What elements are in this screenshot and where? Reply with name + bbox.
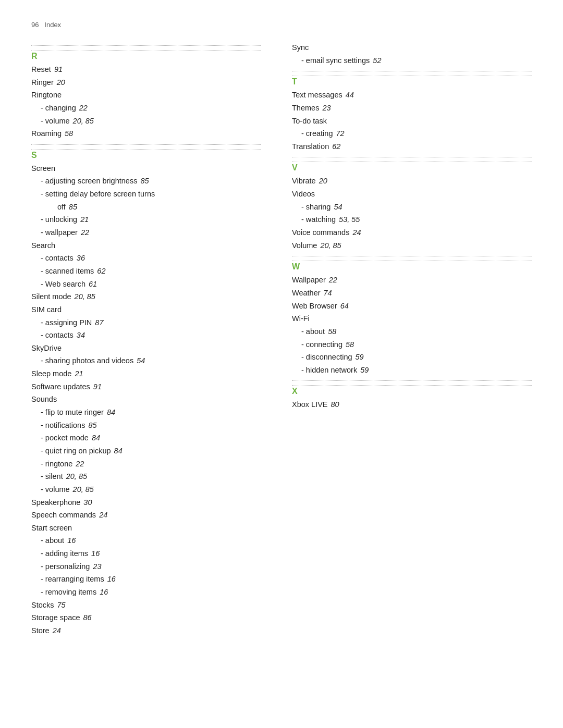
- entry-num: 80: [331, 398, 339, 411]
- sub-entry-num: 72: [336, 127, 344, 140]
- index-entry: Themes23: [292, 102, 532, 115]
- page-header: 96 Index: [31, 21, 532, 32]
- entry-text: Sync: [292, 41, 309, 54]
- index-entry: Storage space86: [31, 611, 261, 624]
- entry-text: Software updates: [31, 380, 90, 393]
- entry-text: Speech commands: [31, 509, 96, 522]
- sub-entry-text: - creating: [301, 127, 333, 140]
- sub-sub-entry-text: off: [57, 201, 66, 214]
- index-entry: Ringtone: [31, 89, 261, 102]
- sub-entry-text: - contacts: [41, 252, 74, 265]
- index-entry: To-do task: [292, 115, 532, 128]
- entry-text: Ringer: [31, 76, 54, 89]
- index-entry: Sync: [292, 41, 532, 54]
- sub-entry-text: - wallpaper: [41, 226, 78, 239]
- index-entry: Roaming58: [31, 127, 261, 140]
- sub-entry-num: 36: [77, 252, 85, 265]
- sub-entry-text: - adding items: [41, 547, 88, 560]
- sub-entry-num: 59: [360, 364, 369, 377]
- sub-entry-text: - email sync settings: [301, 54, 370, 67]
- sub-entry: - about16: [31, 534, 261, 547]
- index-entry: Translation62: [292, 140, 532, 153]
- sub-entry: - scanned items62: [31, 265, 261, 278]
- entry-num: 30: [83, 496, 92, 509]
- sub-entry-text: - ringtone: [41, 458, 72, 471]
- entry-num: 22: [329, 274, 337, 287]
- section-letter-r: R: [31, 52, 261, 61]
- sub-entry-num: 21: [80, 213, 89, 226]
- entry-num: 91: [54, 63, 63, 76]
- sub-entry-num: 58: [346, 338, 354, 351]
- index-entry: Silent mode20, 85: [31, 290, 261, 303]
- sub-entry-text: - volume: [41, 483, 70, 496]
- sub-sub-entry-num: 85: [69, 201, 77, 214]
- sub-entry-text: - setting delay before screen turns: [41, 188, 155, 201]
- index-entry: Sleep mode21: [31, 367, 261, 380]
- entry-text: SIM card: [31, 303, 62, 316]
- sub-entry-text: - notifications: [41, 419, 85, 432]
- sub-entry-text: - watching: [301, 213, 336, 226]
- entry-num: 24: [99, 509, 107, 522]
- entry-text: Speakerphone: [31, 496, 80, 509]
- sub-entry: - Web search61: [31, 278, 261, 291]
- index-entry: Stocks75: [31, 599, 261, 612]
- sub-entry: - volume20, 85: [31, 483, 261, 496]
- sub-entry-text: - assigning PIN: [41, 316, 92, 329]
- sub-entry-text: - sharing photos and videos: [41, 354, 133, 367]
- sub-entry: - email sync settings52: [292, 54, 532, 67]
- sub-entry: - sharing54: [292, 201, 532, 214]
- sub-entry-num: 16: [107, 573, 116, 586]
- index-entry: Wi-Fi: [292, 312, 532, 325]
- index-entry: Screen: [31, 162, 261, 175]
- sub-entry-text: - rearranging items: [41, 573, 104, 586]
- page-number: 96: [31, 21, 39, 29]
- sub-entry-text: - connecting: [301, 338, 342, 351]
- entry-num: 24: [352, 226, 361, 239]
- entry-text: Sounds: [31, 393, 57, 406]
- section-letter-v: V: [292, 163, 532, 172]
- entry-text: Sleep mode: [31, 367, 71, 380]
- entry-num: 58: [65, 127, 73, 140]
- sub-entry: - adding items16: [31, 547, 261, 560]
- entry-num: 24: [53, 624, 61, 637]
- sub-sub-entry: off85: [31, 201, 261, 214]
- sub-entry-text: - about: [41, 534, 64, 547]
- entry-text: Wi-Fi: [292, 312, 310, 325]
- entry-text: Silent mode: [31, 290, 71, 303]
- sub-entry-text: - sharing: [301, 201, 331, 214]
- sub-entry-num: 22: [76, 458, 84, 471]
- sub-entry-num: 85: [140, 175, 149, 188]
- sub-entry-text: - quiet ring on pickup: [41, 445, 111, 458]
- sub-entry-num: 54: [334, 201, 342, 214]
- sub-entry-num: 61: [89, 278, 97, 291]
- entry-text: Text messages: [292, 89, 342, 102]
- entry-text: Xbox LIVE: [292, 398, 328, 411]
- sub-entry-text: - hidden network: [301, 364, 357, 377]
- entry-text: Weather: [292, 287, 321, 300]
- entry-num: 20: [57, 76, 65, 89]
- sub-entry: - sharing photos and videos54: [31, 354, 261, 367]
- sub-entry: - volume20, 85: [31, 115, 261, 128]
- entry-text: Themes: [292, 102, 319, 115]
- sub-entry-text: - disconnecting: [301, 351, 352, 364]
- sub-entry: - setting delay before screen turns: [31, 188, 261, 201]
- sub-entry: - adjusting screen brightness85: [31, 175, 261, 188]
- sub-entry-num: 20, 85: [73, 115, 94, 128]
- entry-num: 20: [319, 175, 327, 188]
- sub-entry-num: 16: [91, 547, 100, 560]
- index-entry: Search: [31, 239, 261, 252]
- index-entry: Store24: [31, 624, 261, 637]
- entry-num: 86: [83, 611, 92, 624]
- entry-text: Translation: [292, 140, 329, 153]
- sub-entry-num: 84: [114, 445, 123, 458]
- entry-text: Start screen: [31, 522, 72, 535]
- sub-entry: - changing22: [31, 102, 261, 115]
- index-entry: Volume20, 85: [292, 239, 532, 252]
- entry-text: Videos: [292, 188, 315, 201]
- index-entry: Vibrate20: [292, 175, 532, 188]
- index-entry: Web Browser64: [292, 300, 532, 313]
- sub-entry-text: - unlocking: [41, 213, 77, 226]
- entry-text: Ringtone: [31, 89, 62, 102]
- sub-entry: - ringtone22: [31, 458, 261, 471]
- sub-entry: - disconnecting59: [292, 351, 532, 364]
